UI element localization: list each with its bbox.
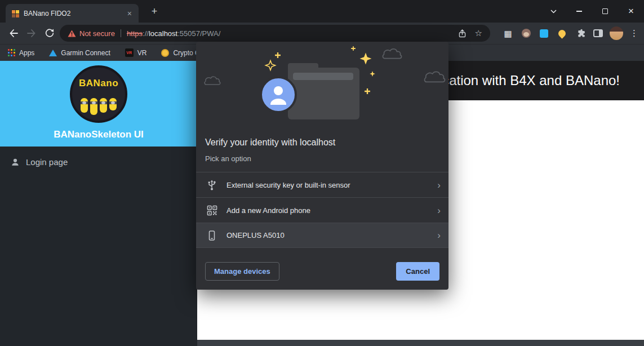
qr-code-icon bbox=[205, 205, 219, 216]
reload-button[interactable] bbox=[41, 24, 59, 42]
bookmark-star-icon[interactable]: ☆ bbox=[475, 28, 482, 38]
chevron-right-icon: › bbox=[437, 230, 441, 240]
bookmark-apps-label: Apps bbox=[19, 49, 34, 57]
omnibox-divider bbox=[121, 29, 121, 37]
sidebar-item-login-label: Login page bbox=[26, 157, 68, 167]
bookmark-vr[interactable]: VR VR bbox=[125, 48, 147, 57]
warning-triangle-icon bbox=[68, 30, 76, 37]
garmin-triangle-icon bbox=[49, 50, 57, 56]
yellow-extension-icon[interactable] bbox=[554, 25, 570, 42]
share-icon[interactable] bbox=[458, 29, 467, 38]
bookmark-apps[interactable]: Apps bbox=[8, 49, 34, 57]
browser-tab[interactable]: BANano FIDO2 × bbox=[6, 4, 139, 23]
bookmark-garmin-connect[interactable]: Garmin Connect bbox=[49, 49, 110, 57]
url-path: :55057/PWA/ bbox=[177, 29, 220, 38]
sidebar-header: BANano BANanoSkeleton UI bbox=[0, 61, 197, 147]
bookmark-garmin-label: Garmin Connect bbox=[61, 49, 110, 57]
tab-close-icon[interactable]: × bbox=[126, 9, 133, 18]
url-scheme: https bbox=[127, 29, 143, 38]
forward-button[interactable] bbox=[23, 24, 41, 42]
minimize-button[interactable] bbox=[566, 0, 592, 23]
qr-extension-icon[interactable]: ▦ bbox=[500, 25, 516, 42]
tab-strip: BANano FIDO2 × + × bbox=[0, 0, 644, 23]
security-warning-label[interactable]: Not secure bbox=[79, 29, 115, 38]
dialog-options: External security key or built-in sensor… bbox=[196, 172, 448, 248]
cancel-button[interactable]: Cancel bbox=[396, 262, 439, 281]
back-button[interactable] bbox=[5, 24, 23, 42]
vr-icon: VR bbox=[125, 48, 134, 57]
new-tab-button[interactable]: + bbox=[148, 5, 161, 18]
blue-extension-icon[interactable] bbox=[536, 25, 552, 42]
app-sidebar: BANano BANanoSkeleton UI Login page bbox=[0, 61, 197, 346]
monkey-extension-icon[interactable] bbox=[518, 25, 534, 42]
browser-toolbar: Not secure https://localhost:55057/PWA/ … bbox=[0, 23, 644, 44]
option-oneplus-phone[interactable]: ONEPLUS A5010 › bbox=[196, 223, 448, 248]
dialog-illustration bbox=[196, 42, 448, 126]
crypto-coin-icon bbox=[161, 49, 169, 57]
maximize-icon bbox=[602, 8, 608, 14]
page-footer-strip bbox=[197, 340, 644, 346]
minimize-icon bbox=[576, 11, 582, 12]
usb-key-icon bbox=[205, 179, 219, 191]
url-separator: :// bbox=[143, 29, 149, 38]
side-panel-icon[interactable] bbox=[590, 25, 606, 42]
manage-devices-button[interactable]: Manage devices bbox=[205, 262, 279, 281]
window-menu-chevron-icon[interactable] bbox=[540, 0, 566, 23]
browser-menu-icon[interactable]: ⋮ bbox=[627, 25, 642, 42]
close-button[interactable]: × bbox=[618, 0, 644, 23]
window-controls: × bbox=[540, 0, 644, 23]
dialog-title: Verify your identity with localhost bbox=[205, 137, 335, 148]
option-label: ONEPLUS A5010 bbox=[226, 231, 285, 239]
person-icon bbox=[11, 158, 20, 167]
url-text[interactable]: https://localhost:55057/PWA/ bbox=[127, 29, 220, 38]
maximize-button[interactable] bbox=[592, 0, 618, 23]
option-label: External security key or built-in sensor bbox=[226, 181, 350, 189]
sidebar-title: BANanoSkeleton UI bbox=[0, 129, 197, 140]
chevron-right-icon: › bbox=[437, 180, 441, 190]
option-label: Add a new Android phone bbox=[226, 206, 310, 215]
tab-title: BANano FIDO2 bbox=[24, 10, 126, 17]
minions-illustration bbox=[72, 98, 125, 115]
option-security-key[interactable]: External security key or built-in sensor… bbox=[196, 172, 448, 197]
apps-grid-icon bbox=[8, 49, 15, 56]
option-add-android-phone[interactable]: Add a new Android phone › bbox=[196, 197, 448, 223]
profile-avatar[interactable] bbox=[609, 25, 624, 42]
webauthn-dialog: Verify your identity with localhost Pick… bbox=[196, 42, 448, 290]
banano-logo: BANano bbox=[70, 65, 127, 123]
banano-logo-text: BANano bbox=[72, 78, 125, 89]
tab-favicon-icon bbox=[11, 10, 19, 17]
sidebar-item-login-page[interactable]: Login page bbox=[0, 147, 197, 167]
browser-window: BANano FIDO2 × + × Not s bbox=[0, 0, 644, 346]
extensions-row: ▦ ⋮ bbox=[500, 23, 642, 44]
dialog-buttons: Manage devices Cancel bbox=[205, 262, 439, 281]
dialog-subtitle: Pick an option bbox=[205, 154, 251, 163]
phone-icon bbox=[205, 230, 219, 241]
bookmark-vr-label: VR bbox=[137, 49, 147, 57]
address-bar[interactable]: Not secure https://localhost:55057/PWA/ … bbox=[60, 25, 490, 42]
extensions-puzzle-icon[interactable] bbox=[572, 25, 588, 42]
url-host: localhost bbox=[149, 29, 177, 38]
chevron-right-icon: › bbox=[437, 206, 441, 215]
